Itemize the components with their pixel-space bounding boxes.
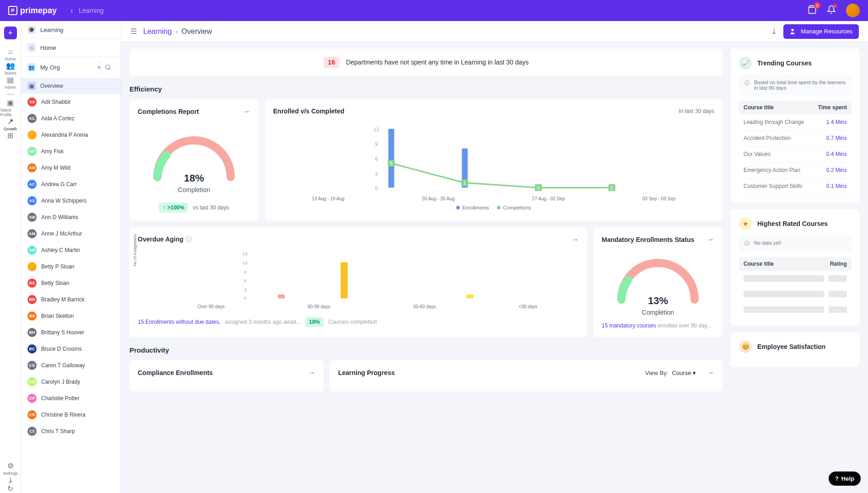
breadcrumb-link[interactable]: Learning bbox=[143, 27, 172, 36]
svg-text:3: 3 bbox=[375, 171, 378, 177]
rail-item-Settings[interactable]: ⚙Settings bbox=[3, 461, 18, 476]
person-item[interactable]: BBBradley M Barrick bbox=[21, 291, 121, 308]
svg-rect-25 bbox=[467, 295, 474, 299]
sidepanel-myorg[interactable]: 👥 My Org ▾ bbox=[27, 63, 101, 71]
person-item[interactable]: BSBetty Sloan bbox=[21, 275, 121, 291]
rated-info: ⓘ No data yet! bbox=[739, 236, 852, 252]
nav-rail: + ⌂Home👥Teams▤Admin⋯▣Talent Profile↗Grow… bbox=[0, 21, 21, 493]
person-item[interactable]: BCBruce D Crooms bbox=[21, 341, 121, 357]
trending-row[interactable]: Accident Protection0.7 Mins bbox=[739, 130, 852, 146]
rail-item-Talent Profile[interactable]: ▣Talent Profile bbox=[0, 98, 21, 117]
svg-text:0: 0 bbox=[375, 186, 378, 191]
svg-text:0: 0 bbox=[610, 185, 613, 191]
compliance-title: Compliance Enrollments bbox=[138, 369, 213, 376]
card-arrow-icon[interactable]: → bbox=[707, 369, 714, 377]
overdue-link[interactable]: 15 Enrollments without due dates, bbox=[138, 319, 221, 325]
mandatory-link[interactable]: 15 mandatory courses bbox=[602, 322, 656, 329]
rail-item-Growth[interactable]: ↗Growth bbox=[0, 117, 21, 131]
progress-card: Learning Progress View By: Course ▾ → bbox=[330, 360, 722, 391]
section-efficiency: Efficiency bbox=[129, 85, 722, 93]
enrolled-card: Enrolled v/s Completed In last 30 days 1… bbox=[265, 99, 722, 221]
rated-card: ★ Highest Rated Courses ⓘ No data yet! C… bbox=[731, 209, 860, 326]
rail-item-Teams[interactable]: 👥Teams bbox=[0, 61, 21, 75]
person-item[interactable]: BHBrittany S Hoover bbox=[21, 324, 121, 341]
logo[interactable]: P primepay bbox=[8, 6, 57, 16]
overdue-gray: assigned 3 months ago await... bbox=[225, 319, 301, 325]
person-item[interactable]: CRChristine B Rivera bbox=[21, 407, 121, 423]
person-item[interactable]: AFAmy Fisk bbox=[21, 143, 121, 160]
completions-card: Completions Report → 18% Completion bbox=[129, 99, 259, 221]
person-item[interactable]: CPCharlotte Potter bbox=[21, 390, 121, 407]
trending-row[interactable]: Our Values0.4 Mins bbox=[739, 146, 852, 162]
download-icon[interactable]: ⤓ bbox=[771, 27, 777, 36]
person-item[interactable]: ACAndrea G Carr bbox=[21, 176, 121, 193]
svg-rect-23 bbox=[278, 295, 285, 299]
sidepanel-home[interactable]: ⌂ Home bbox=[21, 39, 121, 57]
svg-text:9: 9 bbox=[244, 269, 247, 274]
sidepanel-learning[interactable]: 🎓 Learning bbox=[21, 21, 121, 39]
info-icon: ⓘ bbox=[744, 80, 749, 86]
svg-rect-24 bbox=[341, 262, 348, 298]
person-item[interactable]: Alexandria P Arena bbox=[21, 127, 121, 143]
person-item[interactable]: BSBrian Skelton bbox=[21, 308, 121, 324]
mandatory-gauge bbox=[612, 254, 704, 304]
help-button[interactable]: ? Help bbox=[829, 472, 861, 486]
trend-badge: ↑ >100% bbox=[159, 203, 188, 213]
trending-row[interactable]: Emergency Action Plan0.2 Mins bbox=[739, 162, 852, 178]
manage-resources-button[interactable]: Manage Resources bbox=[783, 24, 859, 39]
bell-icon[interactable] bbox=[827, 5, 836, 16]
alert-banner: 16 Departments have not spent any time i… bbox=[129, 48, 722, 76]
progress-title: Learning Progress bbox=[338, 369, 395, 376]
person-item[interactable]: ACAida A Cortez bbox=[21, 110, 121, 127]
rail-item-Home[interactable]: ⌂Home bbox=[0, 48, 21, 61]
svg-text:5: 5 bbox=[390, 161, 393, 166]
card-arrow-icon[interactable]: → bbox=[707, 236, 714, 244]
cart-icon[interactable]: 2 bbox=[808, 5, 817, 16]
person-item[interactable]: AWAmy M Wild bbox=[21, 160, 121, 176]
trending-row[interactable]: Customer Support Skills0.1 Mins bbox=[739, 178, 852, 194]
enrolled-title: Enrolled v/s Completed bbox=[273, 107, 345, 115]
notification-dot bbox=[833, 4, 837, 8]
person-item[interactable]: CSChris T Sharp bbox=[21, 423, 121, 439]
svg-text:6: 6 bbox=[244, 278, 247, 283]
svg-point-0 bbox=[105, 65, 109, 69]
viewby-dropdown[interactable]: Course ▾ bbox=[672, 370, 696, 376]
person-item[interactable]: CBCarolyn J Brady bbox=[21, 374, 121, 390]
people-list[interactable]: ASAdil ShabbirACAida A CortezAlexandria … bbox=[21, 94, 121, 493]
sidepanel-overview[interactable]: ▦ Overview bbox=[21, 78, 121, 94]
rail-item-icon[interactable]: ⤓ bbox=[3, 476, 18, 484]
person-item[interactable]: ASAdil Shabbir bbox=[21, 94, 121, 110]
section-productivity: Productivity bbox=[129, 346, 722, 354]
card-arrow-icon[interactable]: → bbox=[243, 107, 250, 116]
person-item[interactable]: AMAshley C Martin bbox=[21, 242, 121, 258]
search-icon[interactable] bbox=[101, 60, 114, 74]
org-icon: 👥 bbox=[27, 63, 36, 71]
svg-point-1 bbox=[792, 29, 794, 31]
person-item[interactable]: Betty P Sloan bbox=[21, 258, 121, 275]
card-arrow-icon[interactable]: → bbox=[571, 236, 579, 244]
back-arrow-icon[interactable]: ‹ bbox=[70, 6, 73, 16]
logo-icon: P bbox=[8, 6, 17, 15]
svg-text:9: 9 bbox=[375, 141, 378, 147]
rail-item-6[interactable]: ⊞ bbox=[0, 131, 21, 140]
avatar[interactable] bbox=[846, 4, 860, 17]
compliance-card: Compliance Enrollments → bbox=[129, 360, 323, 391]
menu-icon[interactable]: ☰ bbox=[130, 27, 137, 36]
svg-text:3: 3 bbox=[244, 287, 247, 292]
person-item[interactable]: AMAnne J McArthur bbox=[21, 225, 121, 242]
topbar: P primepay ‹ Learning 2 bbox=[0, 0, 868, 21]
chevron-down-icon: ▾ bbox=[97, 64, 101, 71]
card-arrow-icon[interactable]: → bbox=[308, 369, 315, 377]
rail-item-icon[interactable]: ↻ bbox=[3, 484, 18, 493]
rail-item-Admin[interactable]: ▤Admin bbox=[0, 75, 21, 90]
trending-row[interactable]: Leading through Change1.4 Mins bbox=[739, 114, 852, 130]
viewby-label: View By: bbox=[645, 370, 668, 376]
learning-icon: 🎓 bbox=[27, 26, 36, 34]
trending-info: ⓘ Based on total time spent by the learn… bbox=[739, 75, 852, 95]
person-item[interactable]: CGCaren T Galloway bbox=[21, 357, 121, 374]
person-item[interactable]: ASAnna W Schippers bbox=[21, 193, 121, 209]
rail-item-3[interactable]: ⋯ bbox=[0, 90, 21, 98]
person-item[interactable]: AWAnn D Williams bbox=[21, 209, 121, 225]
add-button[interactable]: + bbox=[4, 27, 17, 39]
overdue-badge: 18% bbox=[305, 317, 323, 327]
